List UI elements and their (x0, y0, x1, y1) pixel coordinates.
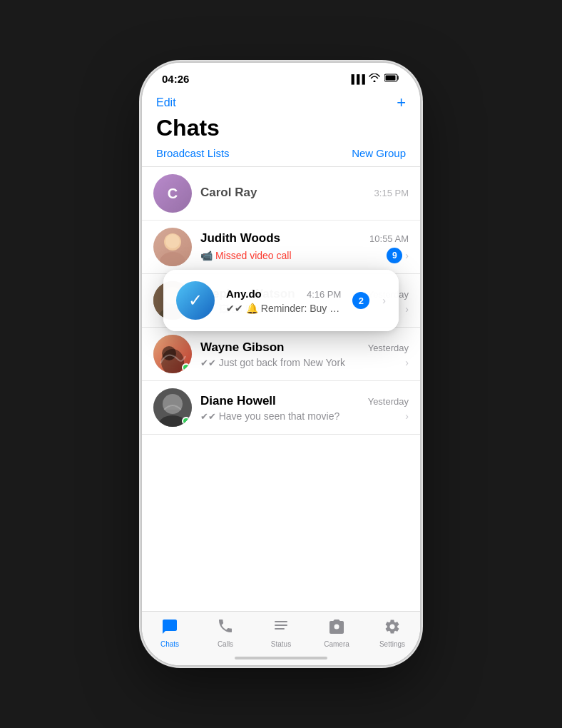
chat-content-carol: Carol Ray 3:15 PM (200, 186, 409, 202)
notification-card[interactable]: ✓ Any.do 4:16 PM ✔✔ 🔔 Reminder: Buy a bi… (163, 270, 399, 331)
chat-name-judith: Judith Woods (200, 231, 280, 246)
svg-point-3 (160, 252, 185, 266)
chat-name-row-judith: Judith Woods 10:55 AM (200, 231, 409, 246)
screen-content: 04:26 ▐▐▐ (142, 63, 420, 665)
chat-preview-diane: ✔✔ Have you seen that movie? (200, 410, 402, 422)
svg-point-12 (163, 394, 183, 414)
notif-top-row: Any.do 4:16 PM (226, 288, 341, 300)
missed-video-icon: 📹 (200, 250, 215, 261)
unread-badge-judith: 9 (387, 248, 402, 263)
home-indicator (235, 657, 327, 659)
camera-tab-label: Camera (324, 640, 349, 648)
tab-calls[interactable]: Calls (198, 617, 253, 648)
calls-tab-icon (217, 617, 234, 638)
edit-button[interactable]: Edit (156, 96, 176, 109)
phone-screen: 04:26 ▐▐▐ (142, 63, 420, 665)
notif-app-name: Any.do (226, 288, 262, 300)
chats-tab-label: Chats (160, 640, 179, 648)
svg-rect-16 (275, 628, 285, 630)
signal-icon: ▐▐▐ (348, 74, 364, 84)
chat-header-top: Edit + (156, 93, 406, 112)
page-title: Chats (156, 115, 406, 141)
calls-tab-label: Calls (218, 640, 233, 648)
chevron-icon-wayne: › (405, 357, 409, 368)
broadcast-lists-link[interactable]: Broadcast Lists (156, 147, 230, 159)
chat-content-diane: Diane Howell Yesterday ✔✔ Have you seen … (200, 394, 409, 422)
chat-time-diane: Yesterday (368, 396, 409, 407)
tab-status[interactable]: Status (253, 618, 309, 648)
chat-preview-row-judith: 📹 Missed video call 9 › (200, 248, 409, 263)
chat-time-carol: 3:15 PM (374, 188, 409, 198)
chat-name-row-diane: Diane Howell Yesterday (200, 394, 409, 408)
chat-preview-judith: 📹 Missed video call (200, 250, 382, 261)
camera-tab-icon (328, 618, 345, 638)
wifi-icon (369, 74, 380, 84)
notif-chevron-icon: › (382, 295, 386, 306)
chat-preview-row-wayne: ✔✔ Just got back from New York › (200, 357, 409, 368)
phone-shell: 04:26 ▐▐▐ (142, 63, 420, 665)
notif-badge: 2 (352, 292, 369, 309)
chat-header: Edit + Chats Broadcast Lists New Group (142, 88, 420, 167)
svg-rect-15 (275, 625, 287, 626)
read-check-diane: ✔✔ (200, 411, 219, 422)
chat-time-judith: 10:55 AM (369, 233, 409, 244)
notif-avatar: ✓ (176, 281, 215, 320)
avatar-wayne (153, 335, 192, 373)
notif-message: ✔✔ 🔔 Reminder: Buy a birthd... (226, 303, 341, 314)
svg-point-4 (165, 234, 180, 248)
tab-camera[interactable]: Camera (309, 618, 364, 648)
chat-name-row-wayne: Wayne Gibson Yesterday (200, 340, 409, 355)
chat-item-judith[interactable]: Judith Woods 10:55 AM 📹 Missed video cal… (142, 221, 420, 274)
notif-time: 4:16 PM (307, 289, 341, 300)
chats-tab-icon (161, 618, 178, 638)
svg-rect-14 (275, 621, 287, 622)
status-icons: ▐▐▐ (348, 74, 400, 84)
avatar-judith (153, 228, 192, 266)
online-dot-wayne (182, 363, 190, 372)
status-tab-icon (272, 618, 290, 638)
chevron-icon-stephen: › (405, 303, 409, 315)
chat-links: Broadcast Lists New Group (156, 147, 406, 159)
check-icon: ✓ (188, 290, 203, 310)
new-group-button[interactable]: New Group (352, 147, 406, 159)
battery-icon (384, 74, 400, 84)
avatar-diane (153, 388, 192, 427)
scene: 04:26 ▐▐▐ (0, 0, 562, 728)
svg-rect-1 (386, 76, 396, 81)
chat-preview-wayne: ✔✔ Just got back from New York (200, 357, 402, 368)
settings-tab-icon (384, 618, 401, 638)
avatar-carol: C (153, 174, 192, 213)
chevron-icon-diane: › (405, 410, 409, 422)
chat-name-row-carol: Carol Ray 3:15 PM (200, 186, 409, 200)
tab-chats[interactable]: Chats (142, 618, 198, 648)
chevron-icon-judith: › (405, 250, 409, 261)
settings-tab-label: Settings (379, 640, 405, 648)
read-check-wayne: ✔✔ (200, 358, 219, 368)
status-bar: 04:26 ▐▐▐ (142, 63, 420, 88)
chat-content-judith: Judith Woods 10:55 AM 📹 Missed video cal… (200, 231, 409, 263)
online-dot-diane (182, 417, 190, 425)
tab-settings[interactable]: Settings (364, 618, 420, 648)
chat-item-carol[interactable]: C Carol Ray 3:15 PM (142, 167, 420, 221)
chat-item-wayne[interactable]: Wayne Gibson Yesterday ✔✔ Just got back … (142, 328, 420, 381)
chat-content-wayne: Wayne Gibson Yesterday ✔✔ Just got back … (200, 340, 409, 368)
chat-name-wayne: Wayne Gibson (200, 340, 284, 355)
chat-item-diane[interactable]: Diane Howell Yesterday ✔✔ Have you seen … (142, 381, 420, 435)
add-button[interactable]: + (397, 93, 406, 112)
notif-content: Any.do 4:16 PM ✔✔ 🔔 Reminder: Buy a birt… (226, 288, 341, 314)
chat-preview-row-diane: ✔✔ Have you seen that movie? › (200, 410, 409, 422)
chat-name-diane: Diane Howell (200, 394, 276, 408)
status-tab-label: Status (271, 640, 291, 648)
chat-name-carol: Carol Ray (200, 186, 257, 200)
chat-time-wayne: Yesterday (368, 343, 409, 353)
status-time: 04:26 (162, 73, 189, 85)
